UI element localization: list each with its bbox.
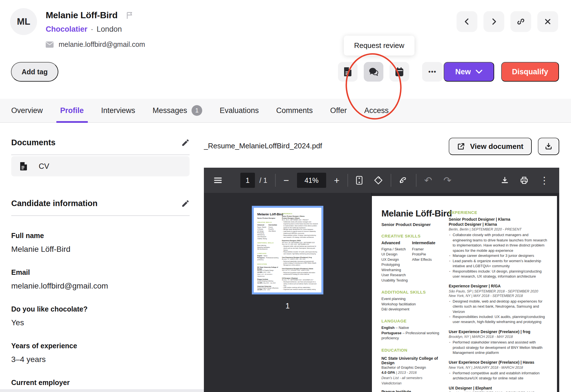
flag-icon[interactable] bbox=[125, 11, 134, 20]
previous-candidate-button[interactable] bbox=[457, 11, 477, 32]
close-icon bbox=[544, 18, 551, 25]
experience-meta: Brooklyn, NY | MARCH 2018 - MAY 2018 bbox=[282, 259, 318, 260]
education-line: Studied Drawing & Etching bbox=[257, 280, 280, 282]
resume-job-title: Senior Product Designer bbox=[257, 217, 280, 219]
download-document-button[interactable] bbox=[538, 138, 559, 155]
experience-title: Senior Product Designer | Klarna bbox=[449, 217, 547, 222]
pencil-icon bbox=[181, 139, 190, 147]
page-thumbnail[interactable]: Melanie Löff-BirdSenior Product Designer… bbox=[252, 206, 323, 294]
candidate-identity: Melanie Löff-Bird Chocolatier · London m… bbox=[46, 10, 145, 49]
tab-overview[interactable]: Overview bbox=[7, 99, 47, 122]
edit-candidate-info-button[interactable] bbox=[181, 199, 190, 208]
print-button[interactable] bbox=[520, 176, 528, 185]
divider bbox=[11, 155, 190, 155]
mail-icon bbox=[46, 41, 54, 48]
education-line: Valedictorian bbox=[381, 381, 443, 386]
cv-document-row[interactable]: CV bbox=[11, 156, 190, 176]
experience-entry: User Experience Designer (Freelance) | H… bbox=[449, 360, 547, 381]
experience-bullet: Performed stakeholder interviews and ass… bbox=[449, 340, 547, 355]
tab-interviews[interactable]: Interviews bbox=[97, 99, 139, 122]
pdf-menu-button[interactable] bbox=[214, 177, 222, 184]
resume-section-heading: CREATIVE SKILLS bbox=[381, 234, 443, 238]
tab-profile[interactable]: Profile bbox=[56, 99, 88, 122]
skill-item: ProtoPie bbox=[268, 228, 280, 230]
resume-name: Melanie Löff-Bird bbox=[257, 212, 280, 216]
experience-bullets: Collaborate closely with product manager… bbox=[282, 221, 318, 238]
experience-meta: São Paulo, SP | SEPTEMBER 2018 - SEPTEMB… bbox=[282, 242, 318, 243]
notes-button[interactable] bbox=[338, 62, 358, 82]
experience-bullets: Designed mobile, web and desktop app exp… bbox=[449, 299, 547, 325]
edit-documents-button[interactable] bbox=[181, 139, 190, 147]
skill-item: Usability Testing bbox=[381, 278, 412, 283]
disqualify-button[interactable]: Disqualify bbox=[501, 62, 559, 82]
tab-offer[interactable]: Offer bbox=[326, 99, 351, 122]
redo-button[interactable]: ↷ bbox=[443, 176, 452, 185]
experience-title: Experience Designer | R/GA bbox=[449, 283, 547, 289]
copy-link-button[interactable] bbox=[510, 11, 531, 32]
tab-messages[interactable]: Messages1 bbox=[149, 99, 206, 122]
experience-entry: User Experience Designer (Freelance) | f… bbox=[282, 257, 318, 266]
candidate-email[interactable]: melanie.loffbird@gmail.com bbox=[59, 40, 145, 49]
close-button[interactable] bbox=[537, 11, 558, 32]
tab-comments[interactable]: Comments bbox=[272, 99, 317, 122]
experience-bullet: Lead panels & organize events for women'… bbox=[449, 259, 547, 269]
job-link[interactable]: Chocolatier bbox=[46, 25, 88, 34]
tab-evaluations[interactable]: Evaluations bbox=[216, 99, 263, 122]
experience-bullets: Performed stakeholder interviews and ass… bbox=[282, 260, 318, 266]
request-review-button[interactable] bbox=[364, 62, 383, 82]
pdf-page-area[interactable]: Melanie Löff-BirdSenior Product Designer… bbox=[372, 193, 559, 392]
documents-section: Documents CV bbox=[11, 138, 190, 176]
experience-meta: New York, NY | MAY 2018 - SEPTEMBER 2018 bbox=[449, 294, 547, 298]
rotate-button[interactable] bbox=[374, 176, 383, 185]
view-document-button[interactable]: View document bbox=[449, 138, 532, 155]
experience-title: User Experience Designer (Freelance) | H… bbox=[282, 268, 318, 270]
tab-access[interactable]: Access bbox=[360, 99, 393, 122]
fit-page-button[interactable] bbox=[356, 176, 363, 185]
skill-level-title: Intermediate bbox=[268, 224, 280, 226]
thumbnail-page-number: 1 bbox=[286, 302, 290, 310]
add-tag-button[interactable]: Add tag bbox=[11, 62, 58, 82]
plus-icon: + bbox=[334, 176, 340, 185]
pdf-zoom-level[interactable]: 41% bbox=[297, 173, 326, 188]
experience-title: User Experience Designer (Freelance) | H… bbox=[449, 360, 547, 365]
experience-bullets: Performed stakeholder interviews and ass… bbox=[449, 340, 547, 355]
candidate-field: Years of experience3–4 years bbox=[11, 342, 190, 364]
zoom-out-button[interactable]: − bbox=[284, 176, 289, 185]
more-actions-button[interactable]: ••• bbox=[422, 62, 443, 82]
next-candidate-button[interactable] bbox=[483, 11, 504, 32]
experience-meta: Berlin, Berlin | SEPTEMBER 2020 - PRESEN… bbox=[282, 219, 318, 221]
experience-meta: New York, NY | MAY 2018 - SEPTEMBER 2018 bbox=[282, 244, 318, 245]
schedule-meeting-button[interactable] bbox=[390, 62, 409, 82]
language-item: English – Native bbox=[381, 325, 443, 330]
experience-meta: Berlin, Berlin | SEPTEMBER 2020 - PRESEN… bbox=[449, 227, 547, 231]
undo-button[interactable]: ↶ bbox=[424, 176, 432, 185]
resume-skills-columns: AdvancedFigma / SketchUI DesignUX Design… bbox=[381, 240, 443, 283]
experience-bullet: Designed mobile, web and desktop app exp… bbox=[449, 299, 547, 314]
tab-label: Messages bbox=[153, 106, 187, 115]
list-item: Event planning bbox=[257, 245, 280, 246]
zoom-in-button[interactable]: + bbox=[334, 176, 340, 185]
hamburger-icon bbox=[214, 177, 222, 184]
avatar: ML bbox=[10, 8, 37, 35]
resume-languages: English – NativePortuguese – Professiona… bbox=[257, 255, 280, 261]
new-button[interactable]: New bbox=[444, 62, 494, 82]
ellipsis-icon: ••• bbox=[428, 68, 436, 75]
pdf-page-input[interactable]: 1 bbox=[240, 173, 255, 188]
rotate-icon bbox=[374, 176, 383, 185]
calendar-icon bbox=[395, 67, 404, 76]
field-value: melanie.loffbird@gmail.com bbox=[11, 282, 190, 290]
experience-bullets: Collaborate closely with product manager… bbox=[449, 232, 547, 279]
resume-skill-column: AdvancedFigma / SketchUI DesignUX Design… bbox=[257, 224, 268, 240]
pdf-more-button[interactable]: ⋮ bbox=[540, 176, 549, 185]
resume-section-heading: LANGUAGE bbox=[257, 253, 280, 254]
annotate-button[interactable] bbox=[399, 176, 408, 185]
education-line: Valedictorian bbox=[257, 275, 280, 277]
skill-item: UX Design bbox=[381, 257, 412, 262]
pdf-download-button[interactable] bbox=[501, 176, 509, 184]
experience-bullet: Performed competitive audit and establis… bbox=[282, 272, 318, 276]
experience-meta: Brooklyn, NY | SEPTEMBER 2016 - DECEMBER… bbox=[282, 279, 318, 281]
new-button-label: New bbox=[455, 68, 471, 76]
skill-item: Framer bbox=[412, 247, 443, 252]
education-line: 4.0 GPA | May 2013 - July 2013 bbox=[257, 282, 280, 284]
skill-level-title: Intermediate bbox=[412, 240, 443, 246]
